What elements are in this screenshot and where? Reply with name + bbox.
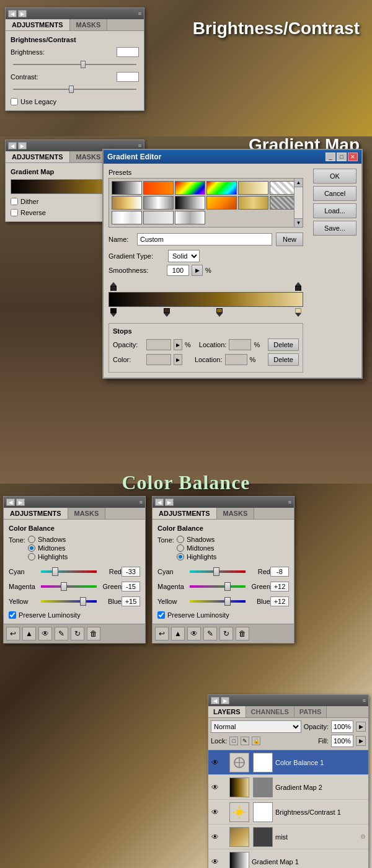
cbl-tool-4[interactable]: ✎ [55, 627, 68, 640]
layers-blend-select[interactable]: Normal [211, 720, 301, 733]
ge-preset-11[interactable] [238, 196, 268, 210]
layers-fill-input[interactable] [331, 735, 353, 747]
layer-row-gm1[interactable]: 👁 Gradient Map 1 [208, 849, 368, 868]
cbr-tab-adjustments[interactable]: ADJUSTMENTS [153, 508, 217, 519]
ge-color-delete-btn[interactable]: Delete [268, 353, 299, 366]
cbr-cyan-slider[interactable] [190, 567, 246, 577]
cbr-yellow-slider[interactable] [190, 596, 246, 606]
ge-preset-2[interactable] [143, 181, 174, 195]
ge-color-stop-3[interactable] [216, 308, 223, 317]
ge-maximize-win-btn[interactable]: □ [337, 153, 347, 161]
ge-preset-4[interactable] [206, 181, 237, 195]
cbr-magenta-value[interactable] [270, 582, 289, 591]
ge-close-win-btn[interactable]: ✕ [348, 153, 358, 161]
cbl-yellow-thumb[interactable] [80, 597, 86, 606]
layers-fill-arrow[interactable]: ▶ [356, 736, 366, 746]
ge-minimize-win-btn[interactable]: _ [326, 153, 335, 161]
ge-opacity-delete-btn[interactable]: Delete [268, 339, 299, 351]
bc-tab-masks[interactable]: MASKS [70, 19, 108, 30]
gm-expand-btn[interactable]: ▶ [18, 142, 27, 149]
ge-preset-3[interactable] [175, 181, 205, 195]
ge-preset-10[interactable] [206, 196, 237, 210]
ge-color-stop-1[interactable] [110, 308, 117, 317]
cbl-tab-adjustments[interactable]: ADJUSTMENTS [4, 508, 68, 519]
ge-preset-scroll-up[interactable]: ▲ [294, 179, 303, 187]
cbl-magenta-thumb[interactable] [61, 582, 67, 591]
cbl-tab-masks[interactable]: MASKS [68, 508, 106, 519]
cbr-tool-1[interactable]: ↩ [155, 627, 169, 640]
ge-preset-15[interactable] [175, 211, 205, 224]
ge-load-btn[interactable]: Load... [313, 203, 356, 218]
layers-tab-layers[interactable]: LAYERS [208, 706, 246, 717]
ge-save-btn[interactable]: Save... [313, 221, 356, 236]
ge-preset-scrollbar[interactable]: ▲ ▼ [294, 179, 303, 227]
bc-expand-btn[interactable]: ▶ [18, 10, 27, 17]
ge-type-select[interactable]: Solid [168, 250, 200, 262]
contrast-input[interactable]: 14 [117, 72, 139, 82]
ge-preset-scroll-down[interactable]: ▼ [294, 218, 303, 227]
cbl-magenta-slider[interactable] [41, 582, 97, 591]
cbl-minimize-btn[interactable]: ◀ [6, 498, 15, 506]
cbl-menu-icon[interactable]: ≡ [140, 499, 143, 505]
bc-minimize-btn[interactable]: ◀ [8, 10, 17, 17]
ge-opacity-input[interactable] [146, 339, 171, 350]
ge-smooth-stepper[interactable]: ▶ [192, 265, 203, 276]
ge-preset-13[interactable] [112, 211, 142, 224]
cbr-tool-5[interactable]: ↻ [219, 627, 233, 640]
layer-eye-gm2[interactable]: 👁 [211, 783, 219, 792]
cbr-menu-icon[interactable]: ≡ [288, 499, 291, 505]
layer-eye-color-balance-1[interactable]: 👁 [211, 758, 219, 767]
cbr-shadows-radio[interactable] [177, 536, 184, 543]
ge-preset-7[interactable] [112, 196, 142, 210]
layers-opacity-input[interactable] [331, 720, 353, 733]
cbl-shadows-row[interactable]: Shadows [28, 536, 68, 543]
layers-lock-pos[interactable]: ✎ [241, 737, 249, 745]
ge-preset-5[interactable] [238, 181, 268, 195]
ge-preset-9[interactable] [175, 196, 205, 210]
cbr-tool-4[interactable]: ✎ [203, 627, 217, 640]
cbr-cyan-value[interactable] [270, 567, 289, 577]
layers-tab-paths[interactable]: PATHS [294, 706, 327, 717]
cbl-cyan-value[interactable] [122, 567, 140, 577]
layer-eye-bc1[interactable]: 👁 [211, 808, 219, 817]
use-legacy-checkbox[interactable] [11, 98, 18, 105]
ge-opacity-arrow[interactable]: ▶ [174, 339, 182, 350]
layer-row-bc1[interactable]: 👁 Brightness/Contrast 1 [208, 800, 368, 825]
ge-smooth-input[interactable] [167, 265, 189, 276]
layer-eye-mist[interactable]: 👁 [211, 833, 219, 841]
contrast-slider[interactable] [13, 84, 136, 94]
cbr-tab-masks[interactable]: MASKS [217, 508, 255, 519]
cbr-yellow-thumb[interactable] [224, 597, 231, 606]
gm-tab-adjustments[interactable]: ADJUSTMENTS [6, 151, 70, 162]
cbr-preserve-checkbox[interactable] [157, 611, 165, 619]
brightness-thumb[interactable] [81, 61, 86, 68]
layers-tab-channels[interactable]: CHANNELS [246, 706, 294, 717]
cbl-magenta-value[interactable] [122, 582, 140, 591]
cbr-magenta-slider[interactable] [190, 582, 246, 591]
layers-minimize-btn[interactable]: ◀ [211, 697, 219, 704]
cbl-midtones-row[interactable]: Midtones [28, 544, 68, 552]
gm-minimize-btn[interactable]: ◀ [8, 142, 17, 149]
brightness-input[interactable]: 31 [117, 47, 139, 57]
layer-row-gradient-map-2[interactable]: 👁 Gradient Map 2 [208, 775, 368, 800]
ge-opacity-loc-input[interactable] [229, 339, 251, 350]
cbl-tool-2[interactable]: ▲ [22, 627, 36, 640]
ge-color-stop-2[interactable] [163, 308, 170, 317]
cbr-tool-3[interactable]: 👁 [187, 627, 201, 640]
cbr-cyan-thumb[interactable] [213, 567, 219, 576]
cbl-tool-6[interactable]: 🗑 [87, 627, 100, 640]
ge-color-stop-4[interactable] [294, 308, 302, 317]
cbr-tool-2[interactable]: ▲ [171, 627, 185, 640]
cbl-shadows-radio[interactable] [28, 536, 35, 543]
cbr-midtones-row[interactable]: Midtones [177, 544, 216, 552]
ge-preset-14[interactable] [143, 211, 174, 224]
dither-checkbox[interactable] [11, 198, 18, 205]
cbl-tool-3[interactable]: 👁 [38, 627, 52, 640]
ge-opacity-stop-left[interactable] [110, 282, 117, 291]
layers-opacity-arrow[interactable]: ▶ [356, 722, 366, 732]
ge-ok-btn[interactable]: OK [313, 169, 356, 184]
ge-name-input[interactable] [137, 233, 272, 246]
ge-new-btn[interactable]: New [276, 232, 303, 246]
layer-eye-gm1[interactable]: 👁 [211, 857, 219, 866]
contrast-thumb[interactable] [69, 86, 74, 93]
